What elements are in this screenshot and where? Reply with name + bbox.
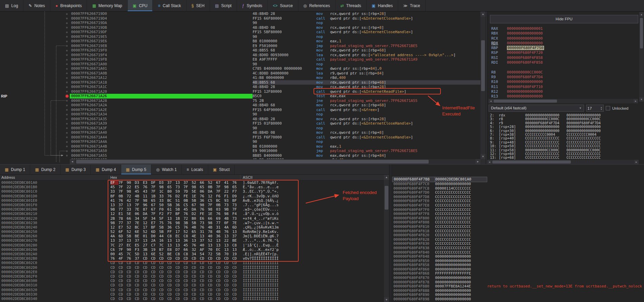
hex-byte[interactable]: 45 xyxy=(184,207,192,212)
hex-byte[interactable]: 7F xyxy=(135,198,143,203)
stack-row[interactable]: 000000F680F4F8480000000000000000 xyxy=(392,255,644,259)
tab-log[interactable]: ▤Log xyxy=(0,0,23,11)
hex-byte[interactable]: D7 xyxy=(175,247,184,252)
hex-byte[interactable]: E5 xyxy=(135,185,143,189)
hex-byte[interactable]: BE xyxy=(135,234,143,238)
hex-byte[interactable]: 52 xyxy=(208,238,216,243)
hex-byte[interactable]: 76 xyxy=(200,207,208,212)
hex-byte[interactable]: CD xyxy=(143,265,151,270)
hex-byte[interactable]: 2A xyxy=(151,238,159,243)
hex-byte[interactable]: 98 xyxy=(175,221,184,225)
hex-byte[interactable]: F2 xyxy=(159,212,167,216)
hex-byte[interactable]: 93 xyxy=(224,198,232,203)
hex-byte[interactable]: 52 xyxy=(127,225,135,230)
disasm-row[interactable]: 00007FF626671A20FF15 12F80000call qword … xyxy=(0,89,480,94)
bullet-icon[interactable] xyxy=(66,132,68,134)
dump-row[interactable]: 000002DEDBC802F0CDCDCDCDCDCDCDCDCDCDCDCD… xyxy=(0,274,384,279)
dump-row[interactable]: 000002DEDBC802E0CDCDCDCDCDCDCDCDCDCDCDCD… xyxy=(0,270,384,274)
bullet-icon[interactable] xyxy=(66,22,68,24)
hex-byte[interactable]: 4A xyxy=(224,225,232,230)
hex-byte[interactable]: 13 xyxy=(200,234,208,238)
tab-memory-map[interactable]: ▦Memory Map xyxy=(87,0,127,11)
hex-byte[interactable]: 52 xyxy=(184,230,192,234)
hex-byte[interactable]: 7F xyxy=(119,180,127,185)
register-row-rbx[interactable]: RBX0000000000000000 xyxy=(491,31,638,36)
stack-row[interactable]: 000000F680F4F810CCCCCCCCCCCCCCCC xyxy=(392,225,644,229)
hex-byte[interactable]: 7E xyxy=(135,207,143,212)
tab-dump-5[interactable]: ▦Dump 5 xyxy=(121,165,151,174)
tab-breakpoints[interactable]: ●Breakpoints xyxy=(50,0,87,11)
hex-byte[interactable]: F1 xyxy=(224,194,232,198)
hex-byte[interactable]: 66 xyxy=(184,247,192,252)
hex-byte[interactable]: 7E xyxy=(232,221,240,225)
hex-byte[interactable]: 7F xyxy=(119,247,127,252)
hex-byte[interactable]: CD xyxy=(143,274,151,279)
stack-row[interactable]: 000000F680F4F7C00000000000000000 xyxy=(392,182,644,187)
dump-row[interactable]: 000002DEDBC801C0337F9845437F1C80597D5E06… xyxy=(0,189,384,194)
hex-byte[interactable]: 27 xyxy=(143,243,151,247)
hex-byte[interactable]: CD xyxy=(151,261,159,265)
hex-byte[interactable]: 12 xyxy=(143,221,151,225)
bullet-icon[interactable] xyxy=(66,45,68,47)
hex-byte[interactable]: CD xyxy=(167,256,175,261)
dump-row[interactable]: 000002DEDBC802A000457C5D136E52BEC8C83454… xyxy=(0,252,384,256)
disasm-row[interactable]: 00007FF6266719DB48:8B4D 08mov rcx,qword … xyxy=(0,25,480,30)
hex-byte[interactable]: EF xyxy=(110,180,119,185)
hex-byte[interactable]: 98 xyxy=(143,198,151,203)
hex-byte[interactable]: CD xyxy=(143,292,151,297)
disasm-row[interactable]: 00007FF626671A2EFF15 64F90000call qword … xyxy=(0,108,480,112)
stack-row[interactable]: 000000F680F4F7C800000114CCCCCCCC xyxy=(392,187,644,191)
hex-byte[interactable]: 32 xyxy=(192,247,200,252)
bullet-icon[interactable] xyxy=(66,13,68,15)
hex-byte[interactable]: 7F xyxy=(208,203,216,207)
disasm-row[interactable]: 00007FF626671A1C48:8B4D 28mov rcx,qword … xyxy=(0,85,480,89)
dump-row[interactable]: 000002DEDBC802604A6D5BBE01D044C8ECC84E13… xyxy=(0,234,384,238)
hex-byte[interactable]: 06 xyxy=(200,189,208,194)
hex-byte[interactable]: 0B xyxy=(208,185,216,189)
hex-byte[interactable]: CD xyxy=(224,288,232,292)
hex-byte[interactable]: 31 xyxy=(200,230,208,234)
hex-byte[interactable]: CD xyxy=(175,261,184,265)
bullet-icon[interactable] xyxy=(66,41,68,42)
hex-byte[interactable]: CD xyxy=(216,283,224,287)
hex-byte[interactable]: CD xyxy=(184,265,192,270)
scroll-track[interactable] xyxy=(75,159,475,164)
hex-byte[interactable]: CD xyxy=(143,297,151,301)
bullet-icon[interactable] xyxy=(66,100,68,102)
register-row-r11[interactable]: R11000000F680F4F710 xyxy=(491,85,638,89)
hex-byte[interactable]: 66 xyxy=(127,216,135,221)
dump-row[interactable]: 000002DEDBC80310CDCDCDCDCDCDCDCDCDCDCDCD… xyxy=(0,283,384,287)
hex-byte[interactable]: E8 xyxy=(167,247,175,252)
hex-byte[interactable]: 13 xyxy=(175,243,184,247)
hex-byte[interactable]: 7D xyxy=(184,189,192,194)
scroll-track[interactable] xyxy=(492,160,634,164)
hex-byte[interactable]: 13 xyxy=(110,203,119,207)
hex-byte[interactable]: CD xyxy=(167,261,175,265)
hex-byte[interactable]: CD xyxy=(192,292,200,297)
hex-byte[interactable]: 72 xyxy=(184,216,192,221)
hex-byte[interactable]: 17 xyxy=(175,230,184,234)
hex-byte[interactable]: CD xyxy=(200,256,208,261)
hex-byte[interactable]: 52 xyxy=(159,252,167,256)
hex-byte[interactable]: C8 xyxy=(175,252,184,256)
hex-byte[interactable]: 9B xyxy=(224,207,232,212)
hex-byte[interactable]: 4B xyxy=(192,225,200,230)
hex-byte[interactable]: DF xyxy=(151,180,159,185)
hex-byte[interactable]: CD xyxy=(184,283,192,287)
scroll-up-button[interactable]: ▲ xyxy=(639,12,644,17)
hex-byte[interactable]: 5B xyxy=(167,203,175,207)
hex-byte[interactable]: 43 xyxy=(143,189,151,194)
disasm-row[interactable]: 00007FF626671A2875 2Bjne payload_staging… xyxy=(0,99,480,103)
hex-byte[interactable]: CD xyxy=(167,292,175,297)
hex-byte[interactable]: CD xyxy=(159,279,167,283)
stack-row[interactable]: 000000F680F4F808CCCCCCCCCCCCCCCC xyxy=(392,220,644,225)
hex-byte[interactable]: 36 xyxy=(200,198,208,203)
dump-row[interactable]: 000002DEDBC80330CDCDCDCDCDCDCDCDCDCDCDCD… xyxy=(0,292,384,297)
hex-byte[interactable]: 73 xyxy=(232,203,240,207)
hex-byte[interactable]: C5 xyxy=(175,225,184,230)
hex-byte[interactable]: CD xyxy=(175,256,184,261)
hex-byte[interactable]: 5B xyxy=(159,225,167,230)
hex-byte[interactable]: 16 xyxy=(159,238,167,243)
hex-byte[interactable]: 76 xyxy=(143,185,151,189)
hex-byte[interactable]: 4E xyxy=(192,234,200,238)
